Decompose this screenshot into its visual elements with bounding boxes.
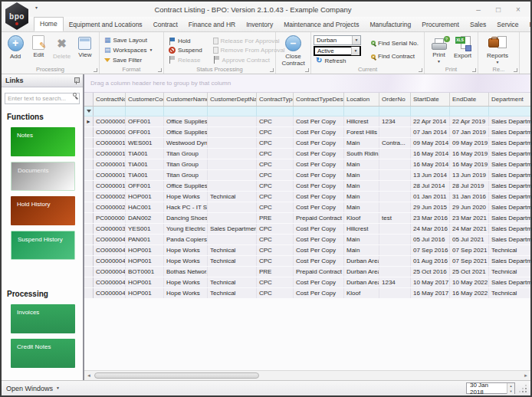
- cell-contracttype[interactable]: CPC: [257, 256, 294, 266]
- table-row[interactable]: CO0000020HOP001Hope WorksTechnicalCPCCos…: [84, 192, 530, 202]
- cell-enddate[interactable]: 23 Mar 2021: [450, 213, 489, 223]
- cell-contractno[interactable]: CO0000045: [94, 277, 126, 287]
- cell-location[interactable]: Main: [344, 138, 379, 148]
- cell-customercode[interactable]: PAN001: [126, 235, 164, 244]
- cell-department[interactable]: Technical: [489, 267, 532, 277]
- cell-customerdeptname[interactable]: Technical: [208, 288, 257, 298]
- cell-orderno[interactable]: Contra...: [379, 138, 411, 148]
- cell-startdate[interactable]: 25 Oct 2016: [411, 267, 450, 277]
- filter-cell[interactable]: [257, 107, 294, 116]
- column-header-customerdeptname[interactable]: CustomerDeptName: [208, 93, 257, 106]
- cell-startdate[interactable]: 05 Jul 2016: [411, 235, 450, 244]
- cell-startdate[interactable]: 01 Aug 2016: [411, 256, 450, 266]
- refresh-button[interactable]: ↻ Refresh: [314, 57, 369, 64]
- cell-location[interactable]: Main: [344, 159, 379, 169]
- table-row[interactable]: CO0000007OFF001Office Supplies ...CPCCos…: [84, 127, 530, 138]
- cell-contracttype[interactable]: CPC: [257, 288, 294, 298]
- release-button[interactable]: Release: [166, 56, 205, 64]
- cell-customercode[interactable]: HOP001: [126, 245, 164, 255]
- cell-contracttypedesc[interactable]: Cost Per Copy: [294, 224, 344, 234]
- cell-orderno[interactable]: [379, 202, 411, 212]
- cell-enddate[interactable]: 16 May 2019: [450, 149, 489, 159]
- cell-customercode[interactable]: HOP001: [126, 288, 164, 298]
- cell-customerdeptname[interactable]: [208, 127, 257, 137]
- cell-contractno[interactable]: CO0000014: [94, 159, 126, 169]
- cell-contracttypedesc[interactable]: Cost Per Copy: [294, 170, 344, 180]
- table-row[interactable]: CO0000031YES001Young ElectricSales Depar…: [84, 224, 530, 235]
- cell-contracttypedesc[interactable]: Cost Per Copy: [294, 202, 344, 212]
- cell-customerdeptname[interactable]: [208, 202, 257, 212]
- cell-department[interactable]: Sales Department: [489, 159, 532, 169]
- cell-contractno[interactable]: CO0000013: [94, 149, 126, 159]
- cell-location[interactable]: Main: [344, 202, 379, 212]
- cell-startdate[interactable]: 10 May 2017: [411, 277, 450, 287]
- cell-contracttype[interactable]: CPC: [257, 149, 294, 159]
- cell-contracttype[interactable]: CPC: [257, 170, 294, 180]
- documents-button[interactable]: Documents: [11, 162, 75, 191]
- cell-startdate[interactable]: 16 May 2017: [411, 288, 450, 298]
- filter-cell[interactable]: [379, 107, 411, 116]
- cell-customername[interactable]: Titan Group: [164, 149, 208, 159]
- cell-enddate[interactable]: 29 Jun 2020: [450, 202, 489, 212]
- pin-icon[interactable]: [73, 77, 79, 84]
- table-row[interactable]: CO0000013TIA001Titan GroupCPCCost Per Co…: [84, 149, 530, 159]
- cell-enddate[interactable]: 07 Sep 2021: [450, 245, 489, 255]
- print-button[interactable]: ? Print ▼: [427, 34, 451, 64]
- cell-contracttype[interactable]: CPC: [257, 202, 294, 212]
- add-button[interactable]: + Add: [4, 34, 27, 64]
- cell-contracttypedesc[interactable]: Cost Per Copy: [294, 116, 344, 126]
- cell-customercode[interactable]: HOP001: [126, 192, 164, 202]
- cell-location[interactable]: Hillcrest: [344, 224, 379, 234]
- tab-manufacturing[interactable]: Manufacturing: [364, 18, 416, 31]
- cell-orderno[interactable]: [379, 267, 411, 277]
- cell-enddate[interactable]: 09 May 2019: [450, 138, 489, 148]
- cell-contracttypedesc[interactable]: Prepaid Contract: [294, 213, 344, 223]
- cell-contracttype[interactable]: CPC: [257, 235, 294, 244]
- cell-customerdeptname[interactable]: [208, 149, 257, 159]
- find-contract-button[interactable]: Find Contract: [369, 51, 421, 61]
- cell-startdate[interactable]: 29 Jun 2015: [411, 202, 450, 212]
- cell-startdate[interactable]: 16 May 2014: [411, 159, 450, 169]
- tab-equipment-and-locations[interactable]: Equipment and Locations: [64, 18, 148, 31]
- cell-department[interactable]: Sales Department: [489, 235, 532, 244]
- cell-contracttype[interactable]: CPC: [257, 277, 294, 287]
- cell-contractno[interactable]: CO0000042: [94, 245, 126, 255]
- cell-contractno[interactable]: CO0000041: [94, 235, 126, 244]
- cell-orderno[interactable]: [379, 256, 411, 266]
- cell-customerdeptname[interactable]: [208, 116, 257, 126]
- filter-cell[interactable]: [489, 107, 532, 116]
- cell-contractno[interactable]: CO0000044: [94, 267, 126, 277]
- cell-department[interactable]: Sales Department: [489, 127, 532, 137]
- cell-enddate[interactable]: 16 May 2022: [450, 288, 489, 298]
- cell-location[interactable]: Kloof: [344, 213, 379, 223]
- cell-customerdeptname[interactable]: [208, 267, 257, 277]
- filter-cell[interactable]: [208, 107, 257, 116]
- workspaces-button[interactable]: ▤ Workspaces ▼: [102, 45, 155, 54]
- cell-customername[interactable]: Hope Works: [164, 245, 208, 255]
- tab-inventory[interactable]: Inventory: [241, 18, 278, 31]
- cell-contracttype[interactable]: CPC: [257, 192, 294, 202]
- tab-contract[interactable]: Contract: [148, 18, 183, 31]
- cell-contracttypedesc[interactable]: Cost Per Copy: [294, 159, 344, 169]
- cell-startdate[interactable]: 07 Jan 2014: [411, 127, 450, 137]
- cell-customerdeptname[interactable]: [208, 138, 257, 148]
- tab-maintenance-and-projects[interactable]: Maintenance and Projects: [278, 18, 364, 31]
- column-header-contracttype[interactable]: ContractType: [257, 93, 294, 106]
- cell-location[interactable]: Forest Hills ...: [344, 127, 379, 137]
- cell-contracttypedesc[interactable]: Cost Per Copy: [294, 277, 344, 287]
- cell-customername[interactable]: Hope Works: [164, 192, 208, 202]
- table-row[interactable]: PC0000001DAN002Dancing ShoesPREPrepaid C…: [84, 213, 530, 224]
- table-row[interactable]: CO0000044BOT0001Bothas Networ...PREPrepa…: [84, 267, 530, 277]
- cell-orderno[interactable]: [379, 288, 411, 298]
- cell-enddate[interactable]: 07 Jan 2019: [450, 127, 489, 137]
- cell-department[interactable]: Sales Department: [489, 277, 532, 287]
- cell-location[interactable]: Durban Area: [344, 267, 379, 277]
- cell-orderno[interactable]: [379, 224, 411, 234]
- quick-access-dropdown-icon[interactable]: ▾: [35, 5, 38, 10]
- cell-contracttypedesc[interactable]: Cost Per Copy: [294, 192, 344, 202]
- cell-customername[interactable]: Bothas Networ...: [164, 267, 208, 277]
- cell-customercode[interactable]: TIA001: [126, 149, 164, 159]
- filter-cell[interactable]: [164, 107, 208, 116]
- scroll-right-icon[interactable]: ►: [521, 373, 530, 378]
- notes-button[interactable]: Notes: [11, 127, 75, 156]
